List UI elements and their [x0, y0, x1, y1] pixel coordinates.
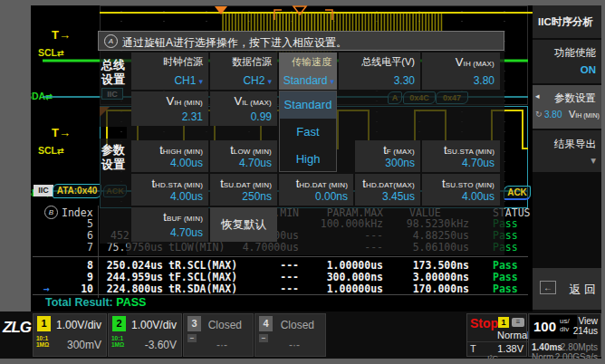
dropdown-item-high[interactable]: High [280, 146, 336, 173]
cell-param-max: 1.00000us [327, 283, 383, 295]
channel-offset: -·- [216, 339, 227, 351]
channel-2-info[interactable]: 2 1.00V/div -3.60V 10:11MΩ [108, 313, 182, 357]
memory-depth: 2.80Mpts [561, 342, 598, 352]
dropdown-item-fast[interactable]: Fast [280, 119, 336, 146]
knob-a-icon: A [104, 34, 118, 48]
tf-max-cell[interactable]: tF (MAX) 300ns [355, 140, 420, 172]
cell-label-sub: IL (MAX) [242, 99, 272, 107]
cell-label-sub: HD.DAT (MIN) [299, 181, 348, 189]
table-row[interactable]: 9 244.959us tF.SCL(MAX) --- 300.000ns 3.… [33, 271, 528, 283]
cell-time: 250.024us [107, 259, 163, 272]
channel-number-badge: 2 [112, 316, 126, 331]
cell-index: 7 [87, 241, 93, 254]
cell-value: 250ns [242, 190, 272, 203]
cell-value: 3.00000ns [413, 271, 469, 283]
table-row[interactable]: 8 250.024us tR.SCL(MAX) --- 1.00000us 17… [33, 259, 528, 271]
dropdown-item-standard[interactable]: Standard [280, 91, 336, 119]
tsusto-min-cell[interactable]: tSU.STO (MIN) 4.00us [422, 174, 500, 206]
minus-icon: − [259, 334, 268, 342]
channel-number-badge: 3 [187, 316, 201, 331]
timebase-unit: div [560, 325, 569, 333]
speed-dropdown: Standard Fast High [279, 91, 337, 172]
trigger-status[interactable]: Stop 1 ≡ Normal T 1.38V I²C [466, 313, 527, 357]
probe-ratio: 10:1 [111, 335, 123, 341]
cell-label-sub: SU.STO (MIN) [446, 181, 495, 189]
cell-label-sub: IH (MAX) [464, 60, 495, 68]
back-label: 返 回 [569, 282, 596, 298]
channel-state: Closed [281, 319, 314, 331]
channel-offset: 300mV [67, 339, 101, 351]
thddat-max-cell[interactable]: tHD.DAT(MAX) 3.45us [355, 174, 420, 206]
cell-label-sub: BUF (MIN) [167, 215, 203, 223]
tbuf-min-cell[interactable]: tBUF (MIN) 4.70us [131, 207, 208, 242]
bezel-right [601, 5, 605, 364]
volts-per-div: 1.00V/div [56, 319, 101, 331]
decode-ack-label: ACK [504, 186, 531, 200]
thddat-min-cell[interactable]: tHD.DAT (MIN) 0.00ns [279, 174, 353, 206]
channel-state: Closed [208, 319, 242, 331]
cell-param: tF.SCL(MAX) [168, 271, 237, 283]
view-span: 214us [573, 326, 598, 336]
channel-1-info[interactable]: 1 1.00V/div 300mV 10:11MΩ [33, 313, 107, 357]
cell-label: 数据信源 [232, 55, 272, 69]
volts-per-div: 1.00V/div [131, 319, 177, 331]
knob-icon: ↻ [535, 110, 543, 119]
cell-value: 3.80 [474, 74, 495, 87]
trigger-source-badge: 1 [498, 317, 509, 328]
thdsta-min-cell[interactable]: tHD.STA (MIN) 4.00us [131, 174, 208, 206]
channel-offset: -3.60V [145, 339, 177, 351]
run-state: Stop [470, 316, 498, 330]
bus-level-cell[interactable]: 总线电平(V) 3.30 [339, 53, 420, 90]
cell-index: 9 [87, 271, 93, 283]
cell-label-sub: LOW (MIN) [234, 148, 272, 156]
sidebar-title: IIC时序分析 [533, 5, 601, 38]
chevron-down-icon: ▾ [198, 77, 203, 86]
thigh-min-cell[interactable]: tHIGH (MIN) 4.00us [131, 140, 208, 172]
cell-param-min: --- [280, 259, 299, 272]
cell-param-min: --- [280, 271, 299, 283]
back-arrow-icon: ← [540, 281, 556, 294]
sidebar-menu: IIC时序分析 功能使能 ON ◂ 参数设置 ↻ 3.80 VIH (MIN) … [533, 5, 601, 311]
cell-label-sub: HD.STA (MIN) [155, 181, 203, 189]
cell-index: 5 [87, 217, 93, 230]
brand-logo: ZLG [3, 319, 31, 337]
vil-max-cell[interactable]: VIL (MAX) 0.99 [210, 91, 277, 126]
sidebar-item-enable[interactable]: 功能使能 ON [533, 40, 601, 83]
timebase-unit: us/ [560, 317, 570, 325]
timebase-status[interactable]: 100 us/ div View 214us 1.40ms 2.80Mpts N… [528, 313, 601, 357]
table-row-selected[interactable]: → 10 224.800us tR.SDA(MAX) --- 1.00000us… [33, 283, 528, 294]
channel-4-info[interactable]: 4 Closed − -·- [254, 313, 326, 357]
cell-value: 173.500ns [413, 259, 469, 272]
clock-source-cell[interactable]: 时钟信源 CH1▾ [131, 53, 208, 90]
cell-index: 10 [81, 283, 93, 295]
cell-value: 4.70us [170, 226, 203, 239]
cell-param-min: --- [280, 283, 299, 295]
restore-default-button[interactable]: 恢复默认 [210, 207, 277, 242]
total-result-label: Total Result: [45, 296, 113, 309]
vih-min-cell[interactable]: VIH (MIN) 2.31 [131, 91, 208, 126]
channel-3-info[interactable]: 3 Closed − -·- [183, 313, 254, 357]
back-button[interactable]: ← 返 回 [533, 268, 601, 310]
data-source-cell[interactable]: 数据信源 CH2▾ [210, 53, 277, 90]
trigger-delay: 1.40ms [532, 342, 562, 352]
cell-label: 传输速度 [292, 55, 331, 69]
cell-value: 3.45us [382, 190, 415, 203]
timebase-box: 100 us/ div [530, 315, 577, 339]
sidebar-title-text: IIC时序分析 [538, 15, 593, 29]
sidebar-item-param-settings[interactable]: ◂ 参数设置 ↻ 3.80 VIH (MIN) [533, 85, 601, 129]
tsudat-min-cell[interactable]: tSU.DAT (MIN) 250ns [210, 174, 277, 206]
sidebar-item-export[interactable]: 结果导出 ▾ [533, 130, 601, 172]
tlow-min-cell[interactable]: tLOW (MIN) 4.70us [210, 140, 277, 172]
input-impedance: 1MΩ [111, 341, 124, 348]
vih-max-cell[interactable]: VIH (MAX) 3.80 [422, 53, 500, 90]
cell-status: Pass [493, 259, 518, 272]
tsusta-min-cell[interactable]: tSU.STA (MIN) 4.70us [422, 140, 500, 172]
total-result: Total Result: PASS [45, 296, 146, 309]
speed-cell-selected[interactable]: 传输速度 Standard▾ [279, 53, 337, 90]
cell-status: Pass [493, 271, 518, 283]
param-current-value: 3.80 [544, 110, 562, 120]
cell-value: Standard [283, 74, 328, 87]
cell-value: CH1 [174, 74, 196, 87]
chevron-down-icon: ▾ [330, 77, 334, 86]
cell-label: V [234, 94, 242, 108]
